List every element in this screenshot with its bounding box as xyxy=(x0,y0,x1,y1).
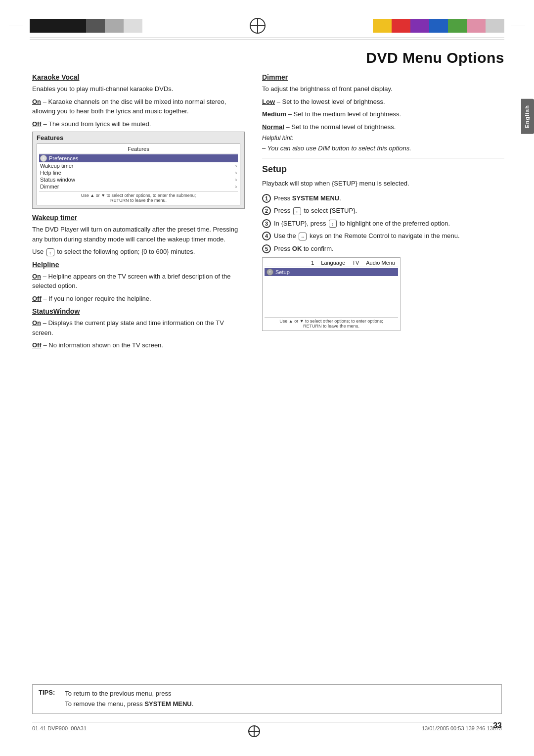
color-block-purple xyxy=(410,19,429,33)
color-block-3 xyxy=(67,19,86,33)
setup-menu-row-selected: + Setup xyxy=(265,268,398,276)
wakeup-label: Wakeup timer xyxy=(40,163,73,169)
step3-icon: ↕ xyxy=(329,220,337,228)
preferences-icon: + xyxy=(40,155,47,162)
setup-col-language: Language xyxy=(321,260,345,266)
step-3: 3 In {SETUP}, press ↕ to highlight one o… xyxy=(262,219,504,229)
karaoke-vocal-intro: Enables you to play multi-channel karaok… xyxy=(32,84,245,94)
status-arrow: › xyxy=(235,177,237,183)
tips-box: TIPS: To return to the previous menu, pr… xyxy=(32,684,502,714)
setup-col-audio: Audio Menu xyxy=(366,260,395,266)
color-block-blue xyxy=(429,19,448,33)
karaoke-off-text: – The sound from lyrics will be muted. xyxy=(43,120,151,128)
features-menu-row-preferences: + Preferences xyxy=(39,154,238,162)
dimmer-low-label: Low xyxy=(262,98,275,105)
color-block-light xyxy=(486,19,504,33)
step4-icon: ↔ xyxy=(299,233,307,240)
tips-label: TIPS: xyxy=(39,689,55,709)
hint-dash: – xyxy=(262,144,267,152)
setup-menu-content-area xyxy=(265,276,398,316)
dimmer-intro: To adjust the brightness of front panel … xyxy=(262,84,504,94)
step2-icon: ↔ xyxy=(293,207,301,215)
dimmer-normal: Normal – Set to the normal level of brig… xyxy=(262,122,504,132)
setup-section: Setup Playback will stop when {SETUP} me… xyxy=(262,164,504,331)
top-color-bar xyxy=(30,19,504,33)
step-1: 1 Press SYSTEM MENU. xyxy=(262,193,504,203)
page-number: 33 xyxy=(493,721,502,730)
features-menu-footer: Use ▲ or ▼ to select other options, to e… xyxy=(39,191,238,203)
color-block-1 xyxy=(30,19,48,33)
top-center-crosshair xyxy=(142,18,373,34)
step-2-text: Press ↔ to select {SETUP}. xyxy=(274,206,357,216)
features-menu-row-helpline: Help line › xyxy=(39,169,238,176)
dimmer-title: Dimmer xyxy=(262,73,504,81)
helpline-on-label: On xyxy=(32,273,41,280)
helpline-section: Helpline On – Helpline appears on the TV… xyxy=(32,261,245,304)
features-menu-row-status: Status window › xyxy=(39,176,238,183)
features-menu-row-wakeup: Wakeup timer › xyxy=(39,162,238,169)
color-block-6 xyxy=(124,19,142,33)
helpline-arrow: › xyxy=(235,170,237,176)
dimmer-normal-text: – Set to the normal level of brightness. xyxy=(286,123,396,131)
crosshair-icon xyxy=(250,18,266,34)
step-3-text: In {SETUP}, press ↕ to highlight one of … xyxy=(274,219,450,229)
helpline-off-label: Off xyxy=(32,295,42,302)
color-block-red xyxy=(392,19,410,33)
color-block-5 xyxy=(105,19,124,33)
step-3-num: 3 xyxy=(262,219,271,228)
english-tab: English xyxy=(521,99,534,134)
bottom-crosshair-icon xyxy=(248,725,260,737)
karaoke-vocal-title: Karaoke Vocal xyxy=(32,73,245,81)
preferences-label: Preferences xyxy=(49,155,78,161)
setup-col-tv: TV xyxy=(352,260,359,266)
color-block-4 xyxy=(86,19,105,33)
dimmer-medium-label: Medium xyxy=(262,110,286,118)
features-box-title: Features xyxy=(37,134,240,142)
setup-icon: + xyxy=(267,269,273,276)
reg-mark-right xyxy=(511,26,525,26)
helpful-hint-text: – You can also use DIM button to select … xyxy=(262,144,504,152)
page-num-text: 33 xyxy=(493,721,502,730)
helpline-off: Off – If you no longer require the helpl… xyxy=(32,294,245,304)
wakeup-timer-text2: Use ↕ to select the following option; {0… xyxy=(32,247,245,257)
wakeup-timer-section: Wakeup timer The DVD Player will turn on… xyxy=(32,214,245,257)
karaoke-vocal-off: Off – The sound from lyrics will be mute… xyxy=(32,119,245,129)
step-2-num: 2 xyxy=(262,206,271,215)
step-4: 4 Use the ↔ keys on the Remote Control t… xyxy=(262,231,504,241)
setup-menu: 1 Language TV Audio Menu + Setup Use ▲ o… xyxy=(262,257,400,331)
step-5: 5 Press OK to confirm. xyxy=(262,244,504,254)
dimmer-arrow: › xyxy=(235,184,237,189)
helpline-on: On – Helpline appears on the TV screen w… xyxy=(32,272,245,291)
setup-menu-footer: Use ▲ or ▼ to select other options; to e… xyxy=(265,317,398,329)
page-title: DVD Menu Options xyxy=(173,49,504,66)
hint-text: You can also use DIM button to select th… xyxy=(267,144,411,152)
setup-menu-header: 1 Language TV Audio Menu xyxy=(265,260,398,267)
karaoke-on-label: On xyxy=(32,98,41,105)
step-1-text: Press SYSTEM MENU. xyxy=(274,193,341,203)
step-2: 2 Press ↔ to select {SETUP}. xyxy=(262,206,504,216)
karaoke-off-label: Off xyxy=(32,120,42,128)
status-on-text: – Displays the current play state and ti… xyxy=(32,319,224,336)
step-4-num: 4 xyxy=(262,232,271,240)
system-menu-label-1: SYSTEM MENU xyxy=(292,194,339,202)
bottom-right: 13/01/2005 00:53 139 246 13873 xyxy=(422,725,502,737)
bottom-bar: 01-41 DVP900_00A31 13/01/2005 00:53 139 … xyxy=(32,722,502,737)
setup-intro: Playback will stop when {SETUP} menu is … xyxy=(262,179,504,189)
ok-label: OK xyxy=(292,245,302,252)
tips-system-menu: SYSTEM MENU xyxy=(144,700,191,708)
setup-row-label: Setup xyxy=(275,269,290,275)
status-on-label: On xyxy=(32,319,41,327)
right-column: Dimmer To adjust the brightness of front… xyxy=(262,73,504,331)
status-off-label: Off xyxy=(32,341,42,349)
reg-mark-left xyxy=(9,26,23,26)
features-box: Features Features + Preferences Wakeup t… xyxy=(32,132,245,209)
features-menu: Features + Preferences Wakeup timer › He… xyxy=(37,143,240,205)
setup-steps: 1 Press SYSTEM MENU. 2 Press ↔ to select… xyxy=(262,193,504,254)
color-block-pink xyxy=(467,19,486,33)
dimmer-section: Dimmer To adjust the brightness of front… xyxy=(262,73,504,152)
top-hline-2 xyxy=(30,40,504,40)
step-5-text: Press OK to confirm. xyxy=(274,244,334,254)
helpful-hint-label: Helpful hint: xyxy=(262,135,504,142)
status-window-on: On – Displays the current play state and… xyxy=(32,318,245,337)
dimmer-medium-text: – Set to the medium level of brightness. xyxy=(288,110,401,118)
